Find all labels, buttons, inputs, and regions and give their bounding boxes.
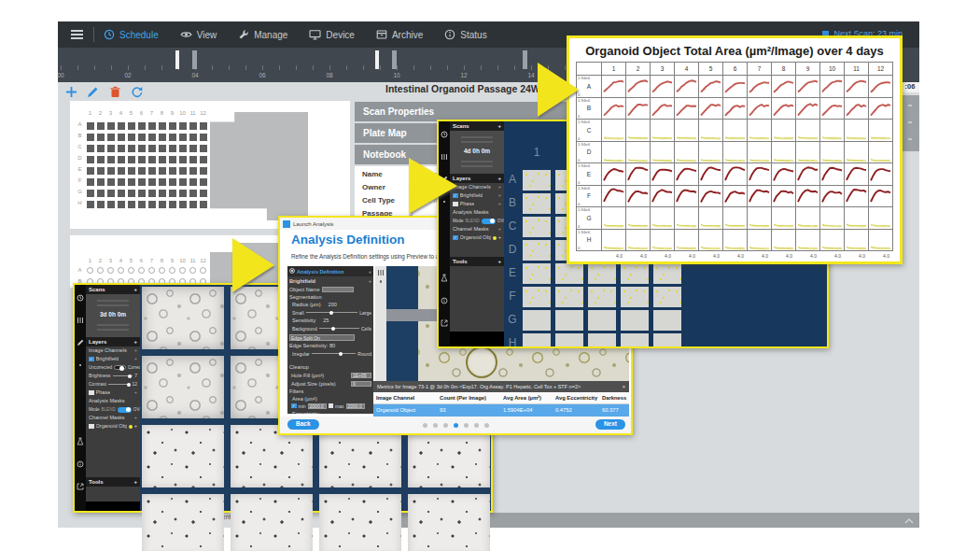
plate-well[interactable] [189,167,197,175]
plate-well[interactable] [179,190,187,197]
plate-well[interactable] [87,178,94,186]
plate-well[interactable] [148,201,156,208]
plate-well[interactable] [97,267,104,274]
expand-icon[interactable]: + [134,414,137,422]
plate-well[interactable] [148,267,155,274]
panel-header-tools[interactable]: Tools+ [86,477,140,487]
chart-cell[interactable] [602,142,625,163]
plate-well[interactable] [169,167,176,175]
plate-well[interactable] [200,134,207,141]
well-thumbnail[interactable] [588,333,616,346]
sidebar-item[interactable]: Channel Masks+ [450,225,504,233]
checkbox[interactable] [89,390,94,396]
plate-well[interactable] [169,190,176,197]
plate-well[interactable] [179,145,187,152]
expand-icon[interactable]: + [133,337,137,346]
plate-well[interactable] [138,156,146,163]
channel-toggle-organoid-object[interactable]: ✓Organoid Object+ [450,233,504,242]
chart-cell[interactable] [626,120,650,141]
wizard-step-dot[interactable] [433,423,438,428]
well-thumbnail[interactable] [588,310,616,331]
chart-cell[interactable] [772,76,795,97]
plate-well[interactable] [189,134,197,141]
plate-well[interactable] [87,122,94,130]
well-thumbnail[interactable] [653,310,681,331]
chart-cell[interactable] [626,186,650,207]
chart-cell[interactable] [820,207,844,229]
well-thumbnail[interactable] [555,310,583,331]
chart-cell[interactable] [845,98,868,120]
plate-well[interactable] [138,122,146,130]
nav-manage[interactable]: Manage [238,29,287,40]
chart-cell[interactable] [845,186,868,207]
plate-well[interactable] [107,145,115,152]
chart-cell[interactable] [869,186,892,207]
slider-knob[interactable] [127,383,131,387]
add-button[interactable] [65,85,77,102]
chart-cell[interactable] [820,76,844,97]
chart-cell[interactable] [602,120,625,141]
plate-well[interactable] [159,156,166,163]
chart-cell[interactable] [651,98,674,120]
chart-cell[interactable] [723,207,747,229]
chart-cell[interactable] [723,163,747,185]
well-thumbnail[interactable] [621,310,649,331]
plate-well[interactable] [118,178,125,186]
chart-cell[interactable] [651,120,674,141]
beaker-icon[interactable] [441,269,448,286]
chart-cell[interactable] [796,186,819,207]
plate-well[interactable] [128,267,134,274]
well-thumbnail[interactable] [653,287,681,307]
slider-knob[interactable] [128,374,132,378]
wizard-step-dot[interactable] [454,423,458,428]
chart-cell[interactable] [796,98,819,120]
plate-well[interactable] [128,178,135,186]
clock-icon[interactable] [441,125,448,142]
plate-well[interactable] [159,134,166,141]
plate-well[interactable] [148,134,156,141]
slider-knob[interactable] [331,327,335,331]
chart-cell[interactable] [845,207,868,229]
channel-toggle-brightfield[interactable]: ✓Brightfield+ [86,355,140,363]
plate-well[interactable] [148,178,156,186]
panel-header-scans[interactable]: Scans+ [450,121,504,131]
plate-well[interactable] [107,134,115,141]
mode-toggle[interactable] [482,219,496,224]
scan-list[interactable]: 3d 0h 0m [86,294,140,337]
mode-toggle[interactable] [118,407,132,413]
hamburger-menu-icon[interactable] [71,30,83,39]
plate-well[interactable] [97,134,105,141]
chart-cell[interactable] [675,230,698,251]
preview-scroll-bar[interactable] [386,309,439,321]
chart-cell[interactable] [675,120,698,141]
expand-icon[interactable]: + [369,278,371,284]
scan-event-mark[interactable] [192,50,197,69]
plate-well[interactable] [179,178,187,186]
chart-cell[interactable] [626,207,650,229]
chart-cell[interactable] [699,163,722,185]
chart-cell[interactable] [723,76,747,97]
chart-cell[interactable] [651,186,674,207]
chart-cell[interactable] [699,120,722,141]
plate-well[interactable] [138,201,146,208]
plate-well[interactable] [118,122,125,130]
plate-well[interactable] [87,145,94,152]
plate-well[interactable] [118,156,125,163]
well-thumbnail[interactable] [523,240,551,261]
checkbox[interactable] [89,424,94,430]
chart-cell[interactable] [675,142,698,163]
plate-well[interactable] [189,178,197,186]
plate-well[interactable] [200,145,207,152]
channel-section[interactable]: Brightfield+ [287,276,373,285]
slider-contrast[interactable]: Contrast12 [86,380,140,389]
plate-well[interactable] [97,201,105,208]
selected-scan-time[interactable]: 4d 0h 0m [450,148,504,154]
chart-cell[interactable] [602,163,625,185]
metrics-data-row[interactable]: Organoid Object931.5904E+040.475260.377 [373,404,629,417]
chart-cell[interactable] [699,230,722,251]
chart-cell[interactable] [796,230,819,251]
expand-icon[interactable]: + [498,191,501,200]
chart-cell[interactable] [869,142,892,163]
chart-cell[interactable] [699,142,722,163]
plate-well[interactable] [97,145,105,152]
